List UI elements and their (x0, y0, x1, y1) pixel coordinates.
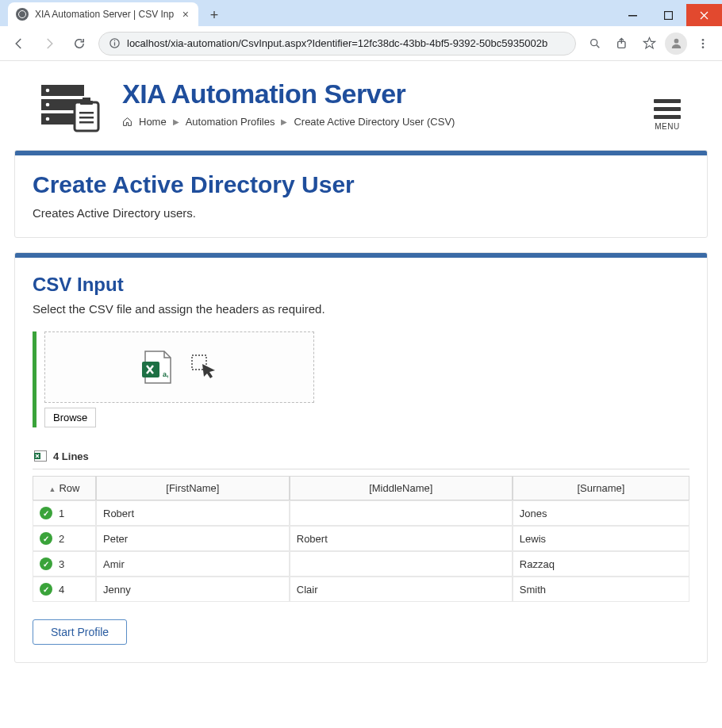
svg-point-14 (46, 89, 50, 93)
back-button[interactable] (8, 33, 30, 55)
svg-point-8 (702, 39, 705, 41)
cell-middlename: Robert (290, 526, 513, 551)
col-header-middlename[interactable]: [MiddleName] (290, 476, 513, 500)
svg-point-10 (702, 46, 705, 48)
profile-avatar-icon[interactable] (665, 33, 687, 55)
cell-firstname: Robert (96, 500, 290, 526)
svg-rect-1 (665, 11, 673, 19)
upload-status-bar (33, 331, 36, 427)
sort-asc-icon: ▲ (49, 485, 56, 493)
row-number: 1 (59, 508, 64, 519)
upload-area: a, Browse (33, 331, 689, 427)
page-title: Create Active Directory User (33, 171, 689, 198)
row-number: 3 (59, 558, 64, 570)
menu-label: MENU (654, 122, 681, 131)
maximize-window-button[interactable] (651, 4, 686, 26)
reload-button[interactable] (68, 33, 90, 55)
csv-section-title: CSV Input (33, 274, 689, 296)
cell-firstname: Amir (96, 551, 290, 577)
cell-middlename: Clair (290, 577, 513, 602)
col-header-row[interactable]: ▲Row (33, 476, 96, 500)
breadcrumb: Home ▶ Automation Profiles ▶ Create Acti… (122, 116, 455, 128)
bookmark-icon[interactable] (638, 33, 660, 55)
col-header-surname[interactable]: [Surname] (513, 476, 689, 500)
breadcrumb-current: Create Active Directory User (CSV) (294, 116, 455, 128)
cell-firstname: Jenny (96, 577, 290, 602)
svg-point-5 (591, 39, 597, 45)
lines-count-label: 4 Lines (53, 450, 89, 462)
table-row[interactable]: ✓1RobertJones (33, 500, 689, 526)
window-titlebar: XIA Automation Server | CSV Inp × + (0, 0, 722, 26)
close-tab-icon[interactable]: × (181, 7, 190, 21)
excel-file-icon: a, (140, 350, 174, 385)
excel-small-icon (34, 450, 47, 462)
row-number: 2 (59, 533, 64, 545)
table-row[interactable]: ✓4JennyClairSmith (33, 577, 689, 602)
svg-point-16 (46, 117, 50, 121)
browser-toolbar: localhost/xia-automation/CsvInput.aspx?I… (0, 26, 722, 61)
breadcrumb-home[interactable]: Home (139, 116, 167, 128)
check-circle-icon: ✓ (40, 583, 52, 596)
cell-surname: Jones (513, 500, 689, 526)
cell-surname: Smith (513, 577, 689, 602)
tab-strip: XIA Automation Server | CSV Inp × + (0, 0, 615, 26)
page-subtitle: Creates Active Directory users. (33, 206, 689, 220)
browser-tab[interactable]: XIA Automation Server | CSV Inp × (8, 2, 198, 26)
svg-rect-3 (114, 42, 115, 45)
home-icon (122, 117, 132, 127)
check-circle-icon: ✓ (40, 507, 52, 519)
breadcrumb-profiles[interactable]: Automation Profiles (186, 116, 275, 128)
minimize-window-button[interactable] (615, 4, 651, 26)
cell-middlename (290, 551, 513, 577)
forward-button (38, 33, 60, 55)
site-info-icon[interactable] (109, 37, 121, 49)
cell-surname: Razzaq (513, 551, 689, 577)
start-profile-button[interactable]: Start Profile (33, 619, 127, 645)
svg-rect-21 (79, 117, 94, 119)
csv-section-subtitle: Select the CSV file and assign the heade… (33, 302, 689, 316)
close-window-button[interactable] (686, 4, 722, 26)
table-row[interactable]: ✓3AmirRazzaq (33, 551, 689, 577)
check-circle-icon: ✓ (40, 557, 52, 570)
svg-text:a,: a, (163, 370, 169, 378)
svg-rect-0 (628, 15, 637, 17)
table-row[interactable]: ✓2PeterRobertLewis (33, 526, 689, 551)
address-bar[interactable]: localhost/xia-automation/CsvInput.aspx?I… (98, 32, 576, 56)
svg-rect-20 (79, 112, 94, 114)
svg-point-9 (702, 42, 705, 44)
app-logo-icon (41, 83, 103, 131)
tab-title: XIA Automation Server | CSV Inp (35, 9, 175, 20)
check-circle-icon: ✓ (40, 532, 52, 545)
csv-input-card: CSV Input Select the CSV file and assign… (14, 252, 708, 663)
row-number: 4 (59, 584, 64, 596)
chevron-right-icon: ▶ (173, 117, 179, 126)
hamburger-icon (654, 99, 681, 119)
cell-middlename (290, 500, 513, 526)
cell-firstname: Peter (96, 526, 290, 551)
file-dropzone[interactable]: a, (44, 331, 314, 403)
svg-point-15 (46, 103, 50, 107)
kebab-menu-icon[interactable] (692, 33, 714, 55)
svg-point-7 (674, 39, 678, 44)
csv-data-table: ▲Row [FirstName] [MiddleName] [Surname] … (33, 476, 689, 602)
lines-summary: 4 Lines (33, 446, 689, 469)
cell-surname: Lewis (513, 526, 689, 551)
drag-select-icon (191, 354, 218, 380)
zoom-icon[interactable] (584, 33, 606, 55)
page-viewport: XIA Automation Server Home ▶ Automation … (0, 61, 722, 728)
globe-icon (16, 8, 29, 21)
url-text: localhost/xia-automation/CsvInput.aspx?I… (127, 37, 566, 49)
share-icon[interactable] (611, 33, 633, 55)
browse-button[interactable]: Browse (44, 408, 96, 427)
title-card: Create Active Directory User Creates Act… (14, 150, 708, 238)
svg-rect-22 (79, 121, 94, 124)
chevron-right-icon: ▶ (281, 117, 287, 126)
window-controls (615, 4, 722, 26)
menu-button[interactable]: MENU (654, 79, 706, 131)
col-header-firstname[interactable]: [FirstName] (96, 476, 290, 500)
app-header: XIA Automation Server Home ▶ Automation … (10, 75, 712, 150)
app-title: XIA Automation Server (122, 79, 455, 109)
svg-rect-4 (114, 40, 115, 41)
svg-rect-19 (80, 101, 93, 105)
new-tab-button[interactable]: + (203, 4, 225, 26)
